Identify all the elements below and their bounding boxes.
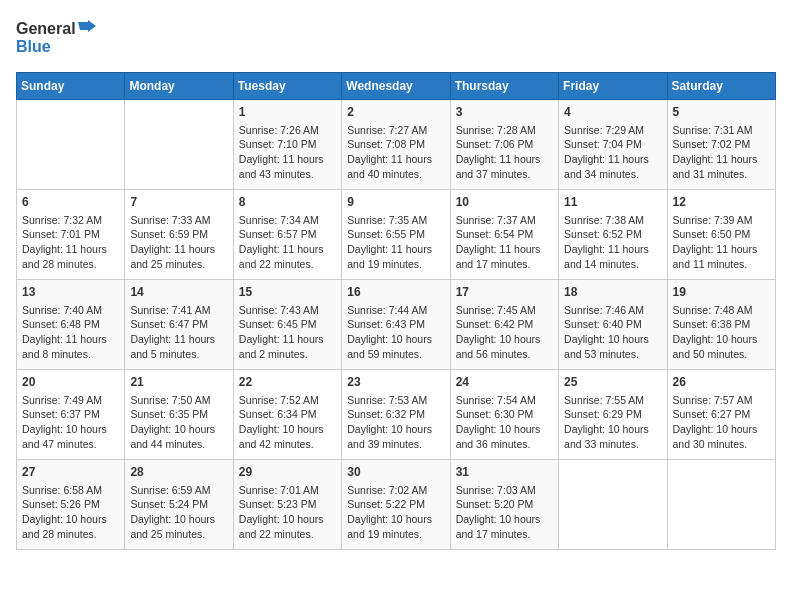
calendar-cell: 8Sunrise: 7:34 AMSunset: 6:57 PMDaylight… bbox=[233, 190, 341, 280]
cell-info: Sunrise: 7:01 AMSunset: 5:23 PMDaylight:… bbox=[239, 483, 336, 542]
calendar-header-row: SundayMondayTuesdayWednesdayThursdayFrid… bbox=[17, 73, 776, 100]
svg-text:Blue: Blue bbox=[16, 38, 51, 55]
logo: GeneralBlue bbox=[16, 16, 96, 60]
cell-info: Sunrise: 7:34 AMSunset: 6:57 PMDaylight:… bbox=[239, 213, 336, 272]
calendar-cell: 31Sunrise: 7:03 AMSunset: 5:20 PMDayligh… bbox=[450, 460, 558, 550]
cell-info: Sunrise: 7:45 AMSunset: 6:42 PMDaylight:… bbox=[456, 303, 553, 362]
week-row-4: 20Sunrise: 7:49 AMSunset: 6:37 PMDayligh… bbox=[17, 370, 776, 460]
calendar-cell: 7Sunrise: 7:33 AMSunset: 6:59 PMDaylight… bbox=[125, 190, 233, 280]
day-number: 4 bbox=[564, 104, 661, 121]
cell-info: Sunrise: 7:48 AMSunset: 6:38 PMDaylight:… bbox=[673, 303, 770, 362]
day-number: 12 bbox=[673, 194, 770, 211]
day-number: 6 bbox=[22, 194, 119, 211]
calendar-cell: 6Sunrise: 7:32 AMSunset: 7:01 PMDaylight… bbox=[17, 190, 125, 280]
day-number: 9 bbox=[347, 194, 444, 211]
calendar-cell: 16Sunrise: 7:44 AMSunset: 6:43 PMDayligh… bbox=[342, 280, 450, 370]
calendar-cell: 29Sunrise: 7:01 AMSunset: 5:23 PMDayligh… bbox=[233, 460, 341, 550]
day-number: 19 bbox=[673, 284, 770, 301]
day-number: 25 bbox=[564, 374, 661, 391]
cell-info: Sunrise: 7:26 AMSunset: 7:10 PMDaylight:… bbox=[239, 123, 336, 182]
cell-info: Sunrise: 7:52 AMSunset: 6:34 PMDaylight:… bbox=[239, 393, 336, 452]
calendar-cell: 5Sunrise: 7:31 AMSunset: 7:02 PMDaylight… bbox=[667, 100, 775, 190]
cell-info: Sunrise: 6:59 AMSunset: 5:24 PMDaylight:… bbox=[130, 483, 227, 542]
day-number: 23 bbox=[347, 374, 444, 391]
day-number: 29 bbox=[239, 464, 336, 481]
calendar-cell: 10Sunrise: 7:37 AMSunset: 6:54 PMDayligh… bbox=[450, 190, 558, 280]
day-number: 15 bbox=[239, 284, 336, 301]
day-number: 24 bbox=[456, 374, 553, 391]
calendar-cell: 20Sunrise: 7:49 AMSunset: 6:37 PMDayligh… bbox=[17, 370, 125, 460]
svg-text:General: General bbox=[16, 20, 76, 37]
header-sunday: Sunday bbox=[17, 73, 125, 100]
day-number: 28 bbox=[130, 464, 227, 481]
day-number: 14 bbox=[130, 284, 227, 301]
cell-info: Sunrise: 7:53 AMSunset: 6:32 PMDaylight:… bbox=[347, 393, 444, 452]
page-header: GeneralBlue bbox=[16, 16, 776, 60]
calendar-cell: 21Sunrise: 7:50 AMSunset: 6:35 PMDayligh… bbox=[125, 370, 233, 460]
week-row-5: 27Sunrise: 6:58 AMSunset: 5:26 PMDayligh… bbox=[17, 460, 776, 550]
calendar-cell: 4Sunrise: 7:29 AMSunset: 7:04 PMDaylight… bbox=[559, 100, 667, 190]
day-number: 1 bbox=[239, 104, 336, 121]
logo-svg: GeneralBlue bbox=[16, 16, 96, 60]
calendar-cell: 2Sunrise: 7:27 AMSunset: 7:08 PMDaylight… bbox=[342, 100, 450, 190]
header-saturday: Saturday bbox=[667, 73, 775, 100]
calendar-cell: 30Sunrise: 7:02 AMSunset: 5:22 PMDayligh… bbox=[342, 460, 450, 550]
calendar-cell: 22Sunrise: 7:52 AMSunset: 6:34 PMDayligh… bbox=[233, 370, 341, 460]
calendar-cell: 15Sunrise: 7:43 AMSunset: 6:45 PMDayligh… bbox=[233, 280, 341, 370]
day-number: 26 bbox=[673, 374, 770, 391]
calendar-cell: 1Sunrise: 7:26 AMSunset: 7:10 PMDaylight… bbox=[233, 100, 341, 190]
day-number: 8 bbox=[239, 194, 336, 211]
header-tuesday: Tuesday bbox=[233, 73, 341, 100]
calendar-table: SundayMondayTuesdayWednesdayThursdayFrid… bbox=[16, 72, 776, 550]
calendar-cell: 27Sunrise: 6:58 AMSunset: 5:26 PMDayligh… bbox=[17, 460, 125, 550]
cell-info: Sunrise: 7:38 AMSunset: 6:52 PMDaylight:… bbox=[564, 213, 661, 272]
cell-info: Sunrise: 7:43 AMSunset: 6:45 PMDaylight:… bbox=[239, 303, 336, 362]
day-number: 10 bbox=[456, 194, 553, 211]
calendar-cell: 17Sunrise: 7:45 AMSunset: 6:42 PMDayligh… bbox=[450, 280, 558, 370]
day-number: 3 bbox=[456, 104, 553, 121]
day-number: 22 bbox=[239, 374, 336, 391]
calendar-cell: 13Sunrise: 7:40 AMSunset: 6:48 PMDayligh… bbox=[17, 280, 125, 370]
cell-info: Sunrise: 7:40 AMSunset: 6:48 PMDaylight:… bbox=[22, 303, 119, 362]
cell-info: Sunrise: 7:33 AMSunset: 6:59 PMDaylight:… bbox=[130, 213, 227, 272]
cell-info: Sunrise: 7:44 AMSunset: 6:43 PMDaylight:… bbox=[347, 303, 444, 362]
header-thursday: Thursday bbox=[450, 73, 558, 100]
calendar-cell: 23Sunrise: 7:53 AMSunset: 6:32 PMDayligh… bbox=[342, 370, 450, 460]
calendar-cell bbox=[17, 100, 125, 190]
header-wednesday: Wednesday bbox=[342, 73, 450, 100]
cell-info: Sunrise: 7:55 AMSunset: 6:29 PMDaylight:… bbox=[564, 393, 661, 452]
day-number: 13 bbox=[22, 284, 119, 301]
week-row-3: 13Sunrise: 7:40 AMSunset: 6:48 PMDayligh… bbox=[17, 280, 776, 370]
cell-info: Sunrise: 7:02 AMSunset: 5:22 PMDaylight:… bbox=[347, 483, 444, 542]
cell-info: Sunrise: 7:03 AMSunset: 5:20 PMDaylight:… bbox=[456, 483, 553, 542]
cell-info: Sunrise: 6:58 AMSunset: 5:26 PMDaylight:… bbox=[22, 483, 119, 542]
calendar-cell: 12Sunrise: 7:39 AMSunset: 6:50 PMDayligh… bbox=[667, 190, 775, 280]
header-monday: Monday bbox=[125, 73, 233, 100]
calendar-cell: 3Sunrise: 7:28 AMSunset: 7:06 PMDaylight… bbox=[450, 100, 558, 190]
cell-info: Sunrise: 7:46 AMSunset: 6:40 PMDaylight:… bbox=[564, 303, 661, 362]
day-number: 17 bbox=[456, 284, 553, 301]
calendar-cell: 28Sunrise: 6:59 AMSunset: 5:24 PMDayligh… bbox=[125, 460, 233, 550]
day-number: 2 bbox=[347, 104, 444, 121]
calendar-cell bbox=[125, 100, 233, 190]
cell-info: Sunrise: 7:41 AMSunset: 6:47 PMDaylight:… bbox=[130, 303, 227, 362]
cell-info: Sunrise: 7:29 AMSunset: 7:04 PMDaylight:… bbox=[564, 123, 661, 182]
calendar-cell: 19Sunrise: 7:48 AMSunset: 6:38 PMDayligh… bbox=[667, 280, 775, 370]
calendar-cell: 18Sunrise: 7:46 AMSunset: 6:40 PMDayligh… bbox=[559, 280, 667, 370]
calendar-cell bbox=[559, 460, 667, 550]
day-number: 30 bbox=[347, 464, 444, 481]
calendar-cell: 25Sunrise: 7:55 AMSunset: 6:29 PMDayligh… bbox=[559, 370, 667, 460]
calendar-cell: 26Sunrise: 7:57 AMSunset: 6:27 PMDayligh… bbox=[667, 370, 775, 460]
cell-info: Sunrise: 7:54 AMSunset: 6:30 PMDaylight:… bbox=[456, 393, 553, 452]
cell-info: Sunrise: 7:57 AMSunset: 6:27 PMDaylight:… bbox=[673, 393, 770, 452]
day-number: 7 bbox=[130, 194, 227, 211]
day-number: 11 bbox=[564, 194, 661, 211]
cell-info: Sunrise: 7:50 AMSunset: 6:35 PMDaylight:… bbox=[130, 393, 227, 452]
cell-info: Sunrise: 7:32 AMSunset: 7:01 PMDaylight:… bbox=[22, 213, 119, 272]
day-number: 5 bbox=[673, 104, 770, 121]
cell-info: Sunrise: 7:49 AMSunset: 6:37 PMDaylight:… bbox=[22, 393, 119, 452]
cell-info: Sunrise: 7:31 AMSunset: 7:02 PMDaylight:… bbox=[673, 123, 770, 182]
calendar-cell: 9Sunrise: 7:35 AMSunset: 6:55 PMDaylight… bbox=[342, 190, 450, 280]
cell-info: Sunrise: 7:27 AMSunset: 7:08 PMDaylight:… bbox=[347, 123, 444, 182]
cell-info: Sunrise: 7:39 AMSunset: 6:50 PMDaylight:… bbox=[673, 213, 770, 272]
